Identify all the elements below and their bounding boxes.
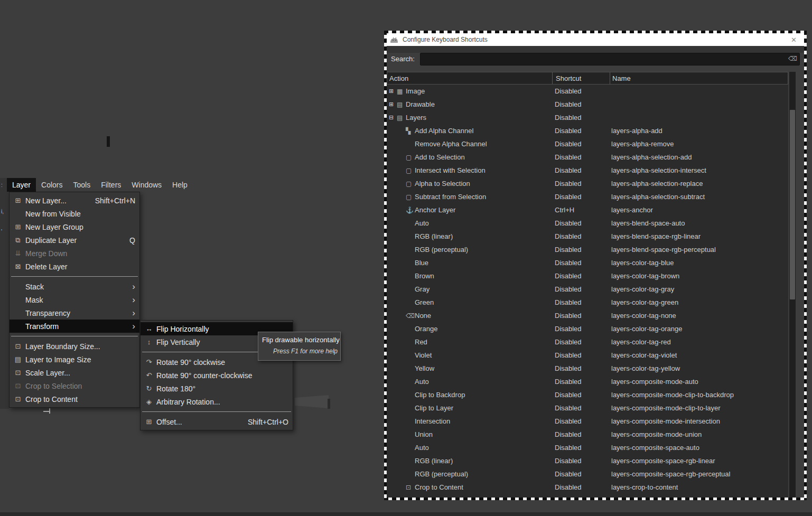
menubar-item-windows[interactable]: Windows [126, 178, 167, 192]
vertical-scrollbar[interactable] [789, 72, 796, 500]
menu-item-new-layer[interactable]: ⊞New Layer...Shift+Ctrl+N [10, 194, 139, 207]
cell-shortcut[interactable]: Disabled [552, 259, 609, 267]
cell-shortcut[interactable]: Disabled [552, 219, 609, 227]
table-row-layers-color-tag-violet[interactable]: VioletDisabledlayers-color-tag-violet [387, 349, 788, 362]
cell-shortcut[interactable]: Disabled [552, 272, 609, 280]
table-row-drawable[interactable]: ⊞▤DrawableDisabled [387, 98, 788, 111]
cell-shortcut[interactable]: Disabled [552, 100, 609, 108]
cell-shortcut[interactable]: Disabled [552, 285, 609, 293]
menu-item-rotate-90-counter-clockwise[interactable]: ↶Rotate 90° counter-clockwise [141, 369, 293, 382]
cell-shortcut[interactable]: Disabled [552, 193, 609, 201]
cell-shortcut[interactable]: Disabled [552, 180, 609, 187]
menubar-item-layer[interactable]: Layer [7, 178, 36, 192]
cell-shortcut[interactable]: Disabled [552, 153, 609, 161]
table-row-layers-alpha-add[interactable]: ▚Add Alpha ChannelDisabledlayers-alpha-a… [387, 124, 788, 137]
menu-item-rotate-180[interactable]: ↻Rotate 180° [141, 382, 293, 395]
table-row-layers[interactable]: ⊟▤LayersDisabled [387, 111, 788, 124]
table-row-layers-color-tag-brown[interactable]: BrownDisabledlayers-color-tag-brown [387, 269, 788, 283]
menu-item-layer-boundary-size[interactable]: ⊡Layer Boundary Size... [10, 340, 139, 353]
menu-item-mask[interactable]: Mask› [10, 293, 139, 306]
table-row-layers-color-tag-gray[interactable]: GrayDisabledlayers-color-tag-gray [387, 283, 788, 296]
table-row-layers-color-tag-blue[interactable]: BlueDisabledlayers-color-tag-blue [387, 256, 788, 269]
menu-item-offset[interactable]: ⊞Offset...Shift+Ctrl+O [141, 415, 293, 428]
clear-search-icon[interactable]: ⌫ [788, 55, 797, 62]
search-input[interactable] [420, 53, 800, 65]
cell-shortcut[interactable]: Disabled [552, 444, 609, 452]
table-row-layers-crop-to-content[interactable]: ⊡Crop to ContentDisabledlayers-crop-to-c… [387, 481, 788, 494]
close-icon[interactable]: ✕ [791, 36, 797, 44]
table-row-layers-composite-mode-auto[interactable]: AutoDisabledlayers-composite-mode-auto [387, 375, 788, 388]
expander-collapsed-icon[interactable]: ⊞ [389, 88, 397, 95]
menu-item-new-layer-group[interactable]: ⊞New Layer Group [10, 220, 139, 233]
table-row-layers-color-tag-red[interactable]: RedDisabledlayers-color-tag-red [387, 335, 788, 349]
table-row-layers-composite-space-auto[interactable]: AutoDisabledlayers-composite-space-auto [387, 441, 788, 454]
table-row-layers-alpha-selection-subtract[interactable]: ▢Subtract from SelectionDisabledlayers-a… [387, 190, 788, 203]
cell-shortcut[interactable]: Disabled [552, 470, 609, 478]
cell-shortcut[interactable]: Disabled [552, 127, 609, 135]
table-row-layers-alpha-remove[interactable]: Remove Alpha ChannelDisabledlayers-alpha… [387, 137, 788, 151]
dialog-titlebar[interactable]: Configure Keyboard Shortcuts ✕ [387, 33, 804, 46]
table-row-layers-composite-mode-clip-to-backdrop[interactable]: Clip to BackdropDisabledlayers-composite… [387, 388, 788, 401]
menu-item-merge-down[interactable]: ⇊Merge Down [10, 247, 139, 260]
table-row-layers-color-tag-yellow[interactable]: YellowDisabledlayers-color-tag-yellow [387, 362, 788, 375]
cell-shortcut[interactable]: Disabled [552, 483, 609, 491]
shortcut-table[interactable]: ⊞▦ImageDisabled⊞▤DrawableDisabled⊟▤Layer… [387, 85, 788, 500]
cell-shortcut[interactable]: Disabled [552, 325, 609, 333]
table-row-layers-color-tag-orange[interactable]: OrangeDisabledlayers-color-tag-orange [387, 322, 788, 335]
table-row-layers-blend-space-rgb-perceptual[interactable]: RGB (perceptual)Disabledlayers-blend-spa… [387, 243, 788, 256]
cell-shortcut[interactable]: Disabled [552, 140, 609, 148]
scrollbar-thumb[interactable] [790, 110, 795, 299]
table-row-layers-composite-mode-union[interactable]: UnionDisabledlayers-composite-mode-union [387, 428, 788, 441]
menu-item-arbitrary-rotation[interactable]: ◈Arbitrary Rotation... [141, 395, 293, 408]
table-row-layers-blend-space-auto[interactable]: AutoDisabledlayers-blend-space-auto [387, 217, 788, 230]
menu-item-crop-to-content[interactable]: ⊡Crop to Content [10, 392, 139, 406]
cell-shortcut[interactable]: Disabled [552, 351, 609, 359]
cell-shortcut[interactable]: Ctrl+H [552, 206, 609, 214]
column-header-name[interactable]: Name [610, 72, 788, 84]
table-row-layers-anchor[interactable]: ⚓Anchor LayerCtrl+Hlayers-anchor [387, 203, 788, 217]
cell-shortcut[interactable]: Disabled [552, 364, 609, 372]
menu-item-duplicate-layer[interactable]: ⧉Duplicate LayerQ [10, 233, 139, 247]
menubar-item-filters[interactable]: Filters [96, 178, 126, 192]
cell-shortcut[interactable]: Disabled [552, 417, 609, 425]
column-header-action[interactable]: Action [387, 72, 552, 84]
table-row-layers-alpha-selection-replace[interactable]: ▢Alpha to SelectionDisabledlayers-alpha-… [387, 177, 788, 190]
table-row-layers-composite-mode-intersection[interactable]: IntersectionDisabledlayers-composite-mod… [387, 415, 788, 428]
cell-shortcut[interactable]: Disabled [552, 232, 609, 240]
cell-shortcut[interactable]: Disabled [552, 378, 609, 386]
menu-item-crop-to-selection[interactable]: ⊡Crop to Selection [10, 379, 139, 392]
table-row-layers-color-tag-none[interactable]: ⌫NoneDisabledlayers-color-tag-none [387, 309, 788, 322]
cell-shortcut[interactable]: Disabled [552, 430, 609, 438]
cell-shortcut[interactable]: Disabled [552, 312, 609, 320]
menu-item-stack[interactable]: Stack› [10, 280, 139, 293]
cell-shortcut[interactable]: Disabled [552, 298, 609, 306]
menubar-item-colors[interactable]: Colors [36, 178, 68, 192]
table-row-image[interactable]: ⊞▦ImageDisabled [387, 85, 788, 98]
menu-item-layer-to-image-size[interactable]: ▤Layer to Image Size [10, 353, 139, 366]
expander-collapsed-icon[interactable]: ⊞ [389, 101, 397, 108]
cell-shortcut[interactable]: Disabled [552, 338, 609, 346]
table-row-layers-blend-space-rgb-linear[interactable]: RGB (linear)Disabledlayers-blend-space-r… [387, 230, 788, 243]
menu-item-transform[interactable]: Transform› [10, 320, 139, 333]
cell-shortcut[interactable]: Disabled [552, 457, 609, 465]
cell-shortcut[interactable]: Disabled [552, 166, 609, 174]
cell-shortcut[interactable]: Disabled [552, 391, 609, 399]
table-row-layers-alpha-selection-intersect[interactable]: ▢Intersect with SelectionDisabledlayers-… [387, 164, 788, 177]
table-row-layers-composite-mode-clip-to-layer[interactable]: Clip to LayerDisabledlayers-composite-mo… [387, 401, 788, 415]
table-row-layers-color-tag-green[interactable]: GreenDisabledlayers-color-tag-green [387, 296, 788, 309]
menubar-item-help[interactable]: Help [167, 178, 193, 192]
table-row-layers-composite-space-rgb-perceptual[interactable]: RGB (perceptual)Disabledlayers-composite… [387, 467, 788, 481]
menu-item-transparency[interactable]: Transparency› [10, 306, 139, 320]
cell-shortcut[interactable]: Disabled [552, 87, 609, 95]
expander-expanded-icon[interactable]: ⊟ [389, 114, 397, 121]
table-row-layers-composite-space-rgb-linear[interactable]: RGB (linear)Disabledlayers-composite-spa… [387, 454, 788, 467]
menu-item-scale-layer[interactable]: ⊡Scale Layer... [10, 366, 139, 379]
column-header-shortcut[interactable]: Shortcut [552, 72, 610, 84]
menubar-item-tools[interactable]: Tools [68, 178, 96, 192]
menu-item-new-from-visible[interactable]: New from Visible [10, 207, 139, 220]
table-row-layers-alpha-selection-add[interactable]: ▢Add to SelectionDisabledlayers-alpha-se… [387, 151, 788, 164]
cell-shortcut[interactable]: Disabled [552, 114, 609, 121]
cell-shortcut[interactable]: Disabled [552, 404, 609, 412]
cell-shortcut[interactable]: Disabled [552, 246, 609, 254]
menu-item-delete-layer[interactable]: ⊠Delete Layer [10, 260, 139, 273]
